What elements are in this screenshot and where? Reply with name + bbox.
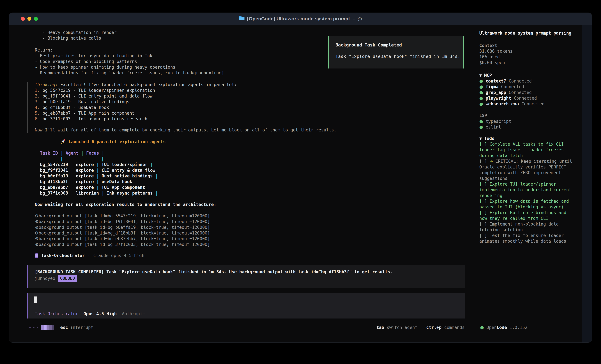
rocket-icon xyxy=(35,133,66,151)
app-version: 1.0.152 xyxy=(510,325,528,330)
thinking-block: Thinking: Excellent! I've launched 6 bac… xyxy=(35,82,237,122)
brand-open: Open xyxy=(487,325,497,330)
todo-heading: Todo xyxy=(484,136,494,141)
tool-call-line: ⚙background_output [task_id=bg_df18bb3f,… xyxy=(35,230,210,236)
current-provider: Anthropic xyxy=(122,311,145,316)
current-model[interactable]: Opus 4.5 High xyxy=(83,311,117,316)
mcp-item: ●grep_appConnected xyxy=(479,90,544,96)
todo-item: [ ]Explore how data is fetched and passe… xyxy=(479,199,575,210)
queued-badge: QUEUED xyxy=(58,275,77,282)
launched-text: Launched 6 parallel exploration agents! xyxy=(69,139,168,145)
output-line: - Code examples of non-blocking patterns xyxy=(35,59,224,64)
todo-item: [ ]Complete ALL tasks to fix CLI loader … xyxy=(479,141,575,159)
output-line: - Heavy computation in render xyxy=(35,30,117,35)
table-row: |bg_f9ff3041|explore|CLI entry & data fl… xyxy=(35,167,160,173)
connected-dot-icon: ● xyxy=(479,84,483,90)
close-button[interactable] xyxy=(21,17,25,21)
lsp-item: ●eslint xyxy=(479,124,511,130)
mcp-heading-row[interactable]: ▼MCP xyxy=(479,73,544,78)
thinking-text: Excellent! I've launched 6 background ex… xyxy=(58,82,237,87)
agent-icon xyxy=(35,253,38,258)
message-text: [BACKGROUND TASK COMPLETED] Task "Explor… xyxy=(35,268,465,275)
waiting-line: Now waiting for all exploration results … xyxy=(35,202,216,207)
notification-title: Background Task Completed xyxy=(335,42,463,48)
terminal-window: [OpenCode] Ultrawork mode system prompt … xyxy=(9,13,592,343)
text-cursor xyxy=(34,297,37,303)
context-spent: $0.00 spent xyxy=(479,60,513,66)
connected-dot-icon: ● xyxy=(479,78,483,84)
numbered-item: 1.bg_5547c219 - TUI loader/spinner explo… xyxy=(35,87,237,93)
mcp-item: ●websearch_exaConnected xyxy=(479,101,544,107)
table-row: |bg_eb87ebb7|explore|TUI App component| xyxy=(35,185,160,190)
gear-icon: ⚙ xyxy=(35,242,39,247)
context-used: 16% used xyxy=(479,54,513,60)
output-line: - Recommendations for fixing loader free… xyxy=(35,70,224,76)
wait-line: Now I'll wait for all of them to complet… xyxy=(35,127,336,133)
wait-line-block: Now I'll wait for all of them to complet… xyxy=(35,127,336,133)
tool-call-line: ⚙background_output [task_id=bg_37f1c003,… xyxy=(35,242,210,247)
table-header-row: |Task ID|Agent|Focus| xyxy=(35,150,160,156)
current-agent[interactable]: Task-Orchestrator xyxy=(35,311,78,316)
mcp-item: ●figmaConnected xyxy=(479,84,544,90)
mcp-item: ●context7Connected xyxy=(479,78,544,84)
status-circle-icon: ○ xyxy=(358,16,362,22)
thinking-line: Thinking: Excellent! I've launched 6 bac… xyxy=(35,82,237,87)
username: junhoyeo xyxy=(35,275,55,282)
tool-call-line: ⚙background_output [task_id=bg_b0effa19,… xyxy=(35,225,210,230)
todo-item: [ ]⚠CRITICAL: Keep iterating until Oracl… xyxy=(479,159,575,181)
col-agent: Agent xyxy=(66,151,78,156)
gear-icon: ⚙ xyxy=(35,225,39,230)
tab-key-hint: tab xyxy=(376,325,384,330)
right-edge-strip xyxy=(582,25,592,343)
notification-toast[interactable]: Background Task Completed Task "Explore … xyxy=(328,36,464,68)
context-section: Context 31,686 tokens 16% used $0.00 spe… xyxy=(479,43,513,66)
minimize-button[interactable] xyxy=(27,17,31,21)
tool-calls-block: ⚙background_output [task_id=bg_5547c219,… xyxy=(35,213,210,247)
agents-table: |Task ID|Agent|Focus| |---------|-------… xyxy=(35,150,160,196)
input-meta: Task-Orchestrator Opus 4.5 High Anthropi… xyxy=(35,311,145,316)
tool-call-line: ⚙background_output [task_id=bg_eb87ebb7,… xyxy=(35,236,210,242)
lsp-heading: LSP xyxy=(479,113,511,119)
status-bar: esc interrupt tab switch agent ctrl+p co… xyxy=(9,325,592,330)
table-row: |bg_df18bb3f|explore|useData hook| xyxy=(35,179,160,185)
chevron-down-icon[interactable]: ▼ xyxy=(479,73,482,78)
esc-key-hint: esc xyxy=(60,325,68,330)
zoom-button[interactable] xyxy=(34,17,38,21)
tool-call-line: ⚙background_output [task_id=bg_5547c219,… xyxy=(35,213,210,219)
online-dot-icon: ● xyxy=(480,325,484,330)
todo-item: [ ]Explore Rust core bindings and how th… xyxy=(479,210,575,221)
numbered-item: 3.bg_b0effa19 - Rust native bindings xyxy=(35,99,237,105)
output-line: Return: xyxy=(35,47,224,53)
chevron-down-icon[interactable]: ▼ xyxy=(479,136,482,141)
statusbar-brand: ● OpenCode 1.0.152 xyxy=(480,325,528,330)
gear-icon: ⚙ xyxy=(35,230,39,236)
numbered-item: 5.bg_eb87ebb7 - TUI App main component xyxy=(35,110,237,116)
table-row: |bg_37f1c003|librarian|Ink async pattern… xyxy=(35,190,160,196)
mcp-heading: MCP xyxy=(484,73,492,78)
folder-icon xyxy=(239,16,245,22)
connected-dot-icon: ● xyxy=(479,90,483,96)
table-row: |bg_b0effa19|explore|Rust native binding… xyxy=(35,173,160,179)
tab-key-label: switch agent xyxy=(387,325,417,330)
connected-dot-icon: ● xyxy=(479,119,483,124)
window-title: [OpenCode] Ultrawork mode system prompt … xyxy=(247,16,355,21)
session-title: Ultrawork mode system prompt parsing xyxy=(479,31,571,36)
notification-body: Task "Explore useData hook" finished in … xyxy=(335,54,463,59)
gear-icon: ⚙ xyxy=(35,213,39,218)
spinner-dots xyxy=(30,327,38,328)
todo-heading-row[interactable]: ▼Todo xyxy=(479,136,575,141)
window-controls xyxy=(21,13,38,25)
connected-dot-icon: ● xyxy=(479,124,483,130)
titlebar: [OpenCode] Ultrawork mode system prompt … xyxy=(9,13,592,25)
prompt-input[interactable]: Task-Orchestrator Opus 4.5 High Anthropi… xyxy=(27,293,465,318)
tool-call-line: ⚙background_output [task_id=bg_f9ff3041,… xyxy=(35,219,210,225)
table-separator-row: |---------|-------|-------| xyxy=(35,156,160,162)
launched-line: Launched 6 parallel exploration agents! xyxy=(35,139,168,145)
ctrlp-key-hint: ctrl+p xyxy=(426,325,442,330)
numbered-item: 4.bg_df18bb3f - useData hook xyxy=(35,105,237,110)
statusbar-left: esc interrupt xyxy=(30,325,93,330)
connected-dot-icon: ● xyxy=(479,96,483,101)
tool-output-tail: - Heavy computation in render - Blocking… xyxy=(35,30,117,41)
connected-dot-icon: ● xyxy=(479,101,483,107)
separator-dot: · xyxy=(88,253,90,259)
